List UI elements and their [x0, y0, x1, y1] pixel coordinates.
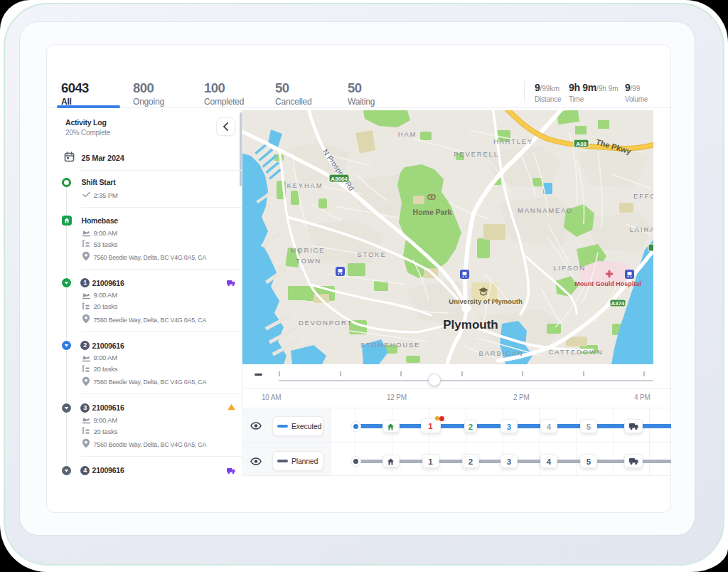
svg-text:PEVERELL: PEVERELL [454, 150, 499, 158]
svg-text:University of Plymouth: University of Plymouth [449, 297, 523, 305]
svg-text:LIPSON: LIPSON [553, 264, 586, 272]
svg-text:Mount Gould Hospital: Mount Gould Hospital [574, 280, 641, 287]
svg-text:A3064: A3064 [331, 176, 348, 182]
svg-text:TOWN: TOWN [296, 257, 321, 265]
svg-text:EFFORD: EFFORD [633, 192, 653, 200]
svg-text:STONEHOUSE: STONEHOUSE [360, 341, 420, 349]
svg-text:LAIRA: LAIRA [630, 226, 653, 233]
svg-text:Plymouth: Plymouth [443, 318, 498, 332]
svg-text:STOKE: STOKE [357, 250, 386, 258]
svg-text:KEYHAM: KEYHAM [287, 181, 323, 189]
svg-text:MANNAMEAD: MANNAMEAD [518, 206, 573, 214]
svg-text:A38: A38 [576, 141, 587, 147]
svg-text:DEVONPORT: DEVONPORT [299, 319, 353, 327]
svg-text:Home Park: Home Park [413, 208, 452, 216]
svg-text:HARTLEY: HARTLEY [493, 137, 533, 145]
svg-text:BARBICAN: BARBICAN [479, 349, 524, 357]
svg-text:MORICE: MORICE [291, 246, 326, 254]
svg-text:CATTEDOWN: CATTEDOWN [549, 348, 604, 356]
svg-text:HAM: HAM [398, 130, 417, 138]
svg-text:A374: A374 [611, 300, 625, 307]
